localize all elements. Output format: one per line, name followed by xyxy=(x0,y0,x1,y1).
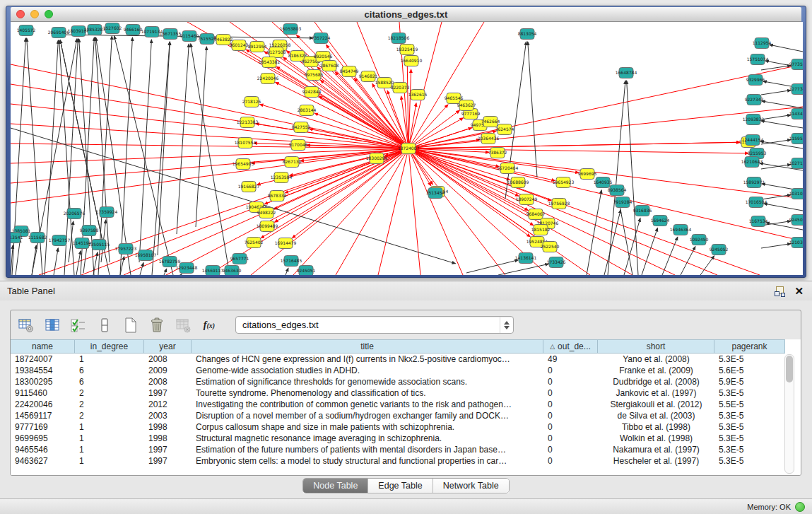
graph-node[interactable]: 1143426 xyxy=(789,109,803,119)
cell[interactable]: 5.3E-5 xyxy=(714,387,785,399)
cell[interactable]: 1 xyxy=(75,455,144,467)
cell[interactable]: 9115460 xyxy=(11,387,75,399)
table-row[interactable]: 977716911998Corpus callosum shape and si… xyxy=(11,421,801,433)
cell[interactable]: Genome-wide association studies in ADHD. xyxy=(192,365,543,376)
cell[interactable]: 9699695 xyxy=(11,433,75,444)
cell[interactable]: 19384554 xyxy=(11,365,75,376)
cell[interactable]: 9463627 xyxy=(11,455,75,467)
cell[interactable]: Stergiakouli et al. (2012) xyxy=(598,399,714,410)
graph-node[interactable]: 17942757 xyxy=(49,235,71,246)
graph-node[interactable]: 7357224 xyxy=(312,33,331,44)
column-header-name[interactable]: name xyxy=(11,339,75,354)
graph-node[interactable]: 2867608 xyxy=(320,61,339,71)
column-header-out_de[interactable]: △out_de... xyxy=(543,339,598,354)
graph-node[interactable]: 15716485 xyxy=(281,256,302,267)
cell[interactable]: Franke et al. (2009) xyxy=(598,365,714,376)
network-canvas[interactable]: 7463822960124389129541522605891275081854… xyxy=(11,22,803,275)
graph-node[interactable]: 9127508 xyxy=(267,47,286,58)
graph-node[interactable]: 20691406 xyxy=(48,28,70,38)
cell[interactable]: Tibbo et al. (1998) xyxy=(598,421,714,433)
cell[interactable]: 1998 xyxy=(144,421,192,433)
cell[interactable]: 2008 xyxy=(144,354,192,365)
cell[interactable]: 0 xyxy=(543,433,598,444)
cell[interactable]: 2003 xyxy=(144,410,192,421)
cell[interactable]: Embryonic stem cells: a model to study s… xyxy=(192,455,543,467)
cell[interactable]: 0 xyxy=(543,421,598,433)
graph-node[interactable]: 9245052 xyxy=(710,245,729,255)
cell[interactable]: 18300295 xyxy=(11,376,75,387)
graph-node[interactable]: 17359924 xyxy=(96,207,118,218)
cell[interactable]: 1 xyxy=(75,354,144,365)
tab-edge-table[interactable]: Edge Table xyxy=(368,479,433,493)
graph-node[interactable]: 17957223 xyxy=(115,244,137,255)
cell[interactable]: 0 xyxy=(543,410,598,421)
graph-node[interactable]: 12093832 xyxy=(743,115,765,125)
cell[interactable]: 9777169 xyxy=(11,421,75,433)
graph-node[interactable]: 9498222 xyxy=(257,208,276,218)
column-header-short[interactable]: short xyxy=(598,339,714,354)
cell[interactable]: 2 xyxy=(75,399,144,410)
graph-node[interactable]: 16053803 xyxy=(280,24,302,35)
graph-node[interactable]: 9329966 xyxy=(746,75,765,86)
graph-node[interactable]: 9242844 xyxy=(302,87,322,98)
cell[interactable]: Investigating the contribution of common… xyxy=(192,399,543,410)
cell[interactable]: 2 xyxy=(75,387,144,399)
graph-node[interactable]: 8454749 xyxy=(340,66,359,77)
table-select-dropdown[interactable]: citations_edges.txt xyxy=(235,316,514,334)
graph-node[interactable]: 9245056 xyxy=(789,215,803,226)
graph-node[interactable]: 16671355 xyxy=(160,29,182,40)
graph-node[interactable]: 19166827 xyxy=(238,182,260,192)
graph-node[interactable]: 7919284 xyxy=(613,197,632,208)
graph-node[interactable]: 7386372 xyxy=(488,148,507,158)
new-file-icon[interactable] xyxy=(121,315,141,335)
cell[interactable]: 1 xyxy=(75,433,144,444)
graph-node[interactable]: 18218506 xyxy=(388,33,410,44)
graph-node[interactable]: 9115460 xyxy=(180,31,199,42)
cell[interactable]: Estimation of the future numbers of pati… xyxy=(192,444,543,455)
minimize-window-button[interactable] xyxy=(30,10,39,18)
cell[interactable]: 1998 xyxy=(144,433,192,444)
graph-node[interactable]: 18325419 xyxy=(396,45,418,55)
graph-node[interactable]: 1210346 xyxy=(789,238,803,248)
cell[interactable]: Nakamura et al. (1997) xyxy=(598,444,714,455)
row-height-icon[interactable] xyxy=(95,315,114,335)
cell[interactable]: Structural magnetic resonance image aver… xyxy=(192,433,543,444)
graph-node[interactable]: 19654923 xyxy=(553,177,575,188)
graph-node[interactable]: 1815182 xyxy=(531,225,551,235)
cell[interactable]: 6 xyxy=(75,365,144,376)
cell[interactable]: 1997 xyxy=(144,387,192,399)
graph-node[interactable]: 9463627 xyxy=(457,100,476,111)
cell[interactable]: 5.5E-5 xyxy=(714,399,785,410)
cell[interactable]: 5.3E-5 xyxy=(714,433,785,444)
cell[interactable]: 2012 xyxy=(144,399,192,410)
cell[interactable]: Estimation of significance thresholds fo… xyxy=(192,376,543,387)
graph-node[interactable]: 1362615 xyxy=(408,90,428,100)
graph-node[interactable]: 1167534 xyxy=(749,216,768,227)
table-row[interactable]: 946554611997Estimation of the future num… xyxy=(11,444,801,455)
cell[interactable]: 2008 xyxy=(144,376,192,387)
table-row[interactable]: 969969511998Structural magnetic resonanc… xyxy=(11,433,801,444)
graph-node[interactable]: 3624574 xyxy=(495,124,514,135)
graph-node[interactable]: 9170046 xyxy=(289,140,308,151)
zoom-window-button[interactable] xyxy=(45,10,53,18)
graph-node[interactable]: 1115682 xyxy=(28,233,47,243)
graph-node[interactable]: 8912954 xyxy=(248,42,267,52)
graph-node[interactable]: 15892971 xyxy=(743,177,765,188)
graph-node[interactable]: 7515526 xyxy=(198,34,217,45)
select-columns-icon[interactable] xyxy=(69,315,88,335)
show-columns-icon[interactable] xyxy=(42,315,62,335)
graph-node[interactable]: 1277342 xyxy=(789,84,803,95)
graph-node[interactable]: 1513454 xyxy=(426,188,445,199)
graph-node[interactable]: 2718126 xyxy=(242,97,261,107)
cell[interactable]: Corpus callosum shape and size in male p… xyxy=(192,421,543,433)
graph-node[interactable]: 1405572 xyxy=(17,25,36,36)
column-header-year[interactable]: year xyxy=(144,339,192,354)
graph-node[interactable]: 1694624 xyxy=(651,216,670,226)
cell[interactable]: 49 xyxy=(543,354,598,365)
cell[interactable]: 2 xyxy=(75,410,144,421)
graph-node[interactable]: 8678334 xyxy=(268,191,287,201)
tab-node-table[interactable]: Node Table xyxy=(303,479,368,493)
graph-node[interactable]: 9245051 xyxy=(297,266,316,276)
graph-node[interactable]: 1733426 xyxy=(547,257,566,268)
cell[interactable]: Yano et al. (2008) xyxy=(598,354,714,365)
